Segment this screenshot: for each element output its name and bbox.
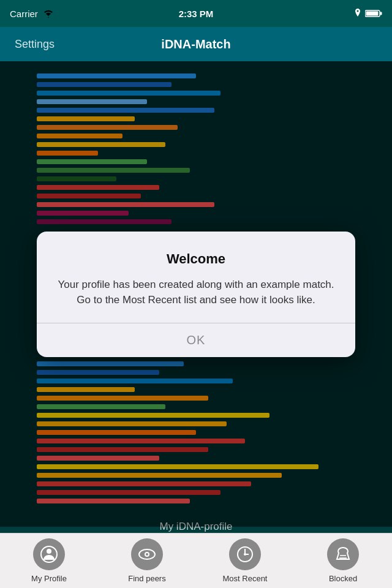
status-time: 2:33 PM xyxy=(179,9,214,19)
tab-my-profile[interactable]: My Profile xyxy=(0,538,98,583)
carrier-wifi: Carrier xyxy=(10,9,54,19)
tab-most-recent[interactable]: Most Recent xyxy=(196,538,294,583)
tab-blocked[interactable]: Blocked xyxy=(294,538,392,583)
svg-point-11 xyxy=(244,553,246,556)
svg-rect-1 xyxy=(380,12,382,15)
find-peers-icon xyxy=(131,538,163,570)
carrier-label: Carrier xyxy=(10,9,38,19)
welcome-dialog: Welcome Your profile has been created al… xyxy=(37,232,355,357)
nav-title: iDNA-Match xyxy=(161,37,230,51)
wifi-icon xyxy=(43,9,54,18)
svg-rect-2 xyxy=(366,12,379,16)
dialog-content: Welcome Your profile has been created al… xyxy=(37,232,355,323)
svg-point-4 xyxy=(47,549,51,554)
nav-bar: Settings iDNA-Match xyxy=(0,27,392,61)
dialog-overlay: Welcome Your profile has been created al… xyxy=(0,61,392,527)
status-bar: Carrier 2:33 PM xyxy=(0,0,392,27)
dialog-ok-button[interactable]: OK xyxy=(37,323,355,357)
settings-button[interactable]: Settings xyxy=(15,38,55,51)
dialog-title: Welcome xyxy=(56,251,336,267)
most-recent-icon xyxy=(229,538,261,570)
battery-icon xyxy=(365,9,382,18)
dialog-message: Your profile has been created along with… xyxy=(56,277,336,308)
tab-find-peers-label: Find peers xyxy=(128,574,165,583)
tab-blocked-label: Blocked xyxy=(329,574,357,583)
blocked-icon xyxy=(327,538,359,570)
location-icon xyxy=(354,9,361,18)
tab-find-peers[interactable]: Find peers xyxy=(98,538,196,583)
tab-bar: My Profile Find peers Most Recent xyxy=(0,533,392,588)
svg-point-3 xyxy=(41,546,57,562)
status-right-icons xyxy=(354,9,382,18)
my-profile-icon xyxy=(33,538,65,570)
svg-point-7 xyxy=(146,553,148,556)
tab-most-recent-label: Most Recent xyxy=(223,574,268,583)
tab-my-profile-label: My Profile xyxy=(31,574,67,583)
